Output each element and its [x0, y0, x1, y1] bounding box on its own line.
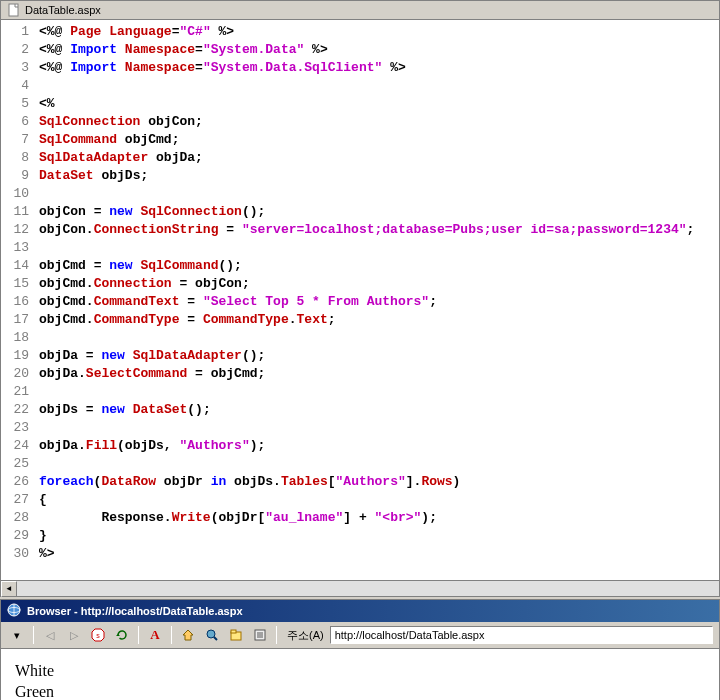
svg-rect-0	[9, 4, 18, 16]
code-line[interactable]: {	[39, 491, 715, 509]
code-line[interactable]: <%@ Import Namespace="System.Data" %>	[39, 41, 715, 59]
font-button[interactable]: A	[145, 625, 165, 645]
refresh-button[interactable]	[112, 625, 132, 645]
browser-content: WhiteGreenCarsonO'LearyStraight	[1, 649, 719, 700]
line-number: 16	[3, 293, 29, 311]
dropdown-icon[interactable]: ▾	[7, 625, 27, 645]
scroll-left-button[interactable]: ◄	[1, 581, 17, 597]
code-line[interactable]	[39, 77, 715, 95]
code-line[interactable]: objCmd.CommandType = CommandType.Text;	[39, 311, 715, 329]
line-number: 23	[3, 419, 29, 437]
browser-toolbar: ▾ ◁ ▷ s A 주	[1, 622, 719, 649]
line-number: 30	[3, 545, 29, 563]
code-line[interactable]: <%@ Import Namespace="System.Data.SqlCli…	[39, 59, 715, 77]
line-number: 9	[3, 167, 29, 185]
editor-titlebar: DataTable.aspx	[1, 1, 719, 20]
line-number: 20	[3, 365, 29, 383]
line-number: 29	[3, 527, 29, 545]
browser-titlebar: Browser - http://localhost/DataTable.asp…	[1, 600, 719, 622]
code-line[interactable]: }	[39, 527, 715, 545]
code-line[interactable]: objDa.Fill(objDs, "Authors");	[39, 437, 715, 455]
output-line: White	[15, 661, 705, 682]
stop-button[interactable]: s	[88, 625, 108, 645]
toolbar-separator	[33, 626, 34, 644]
toolbar-separator	[276, 626, 277, 644]
code-line[interactable]	[39, 419, 715, 437]
file-icon	[7, 3, 21, 17]
code-line[interactable]	[39, 329, 715, 347]
line-number: 13	[3, 239, 29, 257]
line-number: 25	[3, 455, 29, 473]
line-number: 17	[3, 311, 29, 329]
code-line[interactable]: Response.Write(objDr["au_lname"] + "<br>…	[39, 509, 715, 527]
toolbar-separator	[138, 626, 139, 644]
line-number: 7	[3, 131, 29, 149]
code-content[interactable]: <%@ Page Language="C#" %><%@ Import Name…	[35, 21, 719, 580]
editor-area[interactable]: 1234567891011121314151617181920212223242…	[1, 20, 719, 580]
code-line[interactable]: objCmd.CommandText = "Select Top 5 * Fro…	[39, 293, 715, 311]
code-line[interactable]: SqlDataAdapter objDa;	[39, 149, 715, 167]
line-number: 14	[3, 257, 29, 275]
line-number: 4	[3, 77, 29, 95]
code-line[interactable]: DataSet objDs;	[39, 167, 715, 185]
code-line[interactable]	[39, 455, 715, 473]
line-number: 5	[3, 95, 29, 113]
line-number: 8	[3, 149, 29, 167]
svg-marker-7	[183, 630, 193, 640]
code-line[interactable]: SqlConnection objCon;	[39, 113, 715, 131]
search-button[interactable]	[202, 625, 222, 645]
line-number: 19	[3, 347, 29, 365]
home-button[interactable]	[178, 625, 198, 645]
output-line: Green	[15, 682, 705, 700]
browser-icon	[7, 603, 21, 619]
svg-text:s: s	[96, 632, 100, 639]
history-button[interactable]	[250, 625, 270, 645]
svg-marker-6	[116, 634, 120, 636]
code-line[interactable]: objDa.SelectCommand = objCmd;	[39, 365, 715, 383]
line-number: 6	[3, 113, 29, 131]
code-line[interactable]: %>	[39, 545, 715, 563]
code-line[interactable]: <%	[39, 95, 715, 113]
line-number: 21	[3, 383, 29, 401]
code-line[interactable]: <%@ Page Language="C#" %>	[39, 23, 715, 41]
line-number: 27	[3, 491, 29, 509]
code-line[interactable]: objCmd = new SqlCommand();	[39, 257, 715, 275]
favorites-button[interactable]	[226, 625, 246, 645]
line-number: 11	[3, 203, 29, 221]
code-line[interactable]: objDa = new SqlDataAdapter();	[39, 347, 715, 365]
code-line[interactable]: SqlCommand objCmd;	[39, 131, 715, 149]
code-line[interactable]: objCmd.Connection = objCon;	[39, 275, 715, 293]
code-line[interactable]: foreach(DataRow objDr in objDs.Tables["A…	[39, 473, 715, 491]
browser-title: Browser - http://localhost/DataTable.asp…	[27, 605, 243, 617]
address-input[interactable]	[330, 626, 713, 644]
line-number-gutter: 1234567891011121314151617181920212223242…	[1, 21, 35, 580]
forward-button[interactable]: ▷	[64, 625, 84, 645]
line-number: 22	[3, 401, 29, 419]
line-number: 10	[3, 185, 29, 203]
code-line[interactable]	[39, 239, 715, 257]
toolbar-separator	[171, 626, 172, 644]
svg-rect-11	[231, 630, 236, 633]
code-line[interactable]: objCon.ConnectionString = "server=localh…	[39, 221, 715, 239]
line-number: 15	[3, 275, 29, 293]
code-line[interactable]	[39, 185, 715, 203]
line-number: 12	[3, 221, 29, 239]
line-number: 28	[3, 509, 29, 527]
editor-filename: DataTable.aspx	[25, 4, 101, 16]
line-number: 2	[3, 41, 29, 59]
back-button[interactable]: ◁	[40, 625, 60, 645]
horizontal-scrollbar[interactable]: ◄	[1, 580, 719, 596]
line-number: 3	[3, 59, 29, 77]
line-number: 18	[3, 329, 29, 347]
code-line[interactable]: objCon = new SqlConnection();	[39, 203, 715, 221]
browser-window: Browser - http://localhost/DataTable.asp…	[0, 599, 720, 700]
line-number: 24	[3, 437, 29, 455]
code-line[interactable]	[39, 383, 715, 401]
svg-line-9	[214, 637, 217, 640]
line-number: 26	[3, 473, 29, 491]
line-number: 1	[3, 23, 29, 41]
svg-point-8	[207, 630, 215, 638]
code-line[interactable]: objDs = new DataSet();	[39, 401, 715, 419]
address-label: 주소(A)	[287, 628, 324, 643]
code-editor-window: DataTable.aspx 1234567891011121314151617…	[0, 0, 720, 597]
